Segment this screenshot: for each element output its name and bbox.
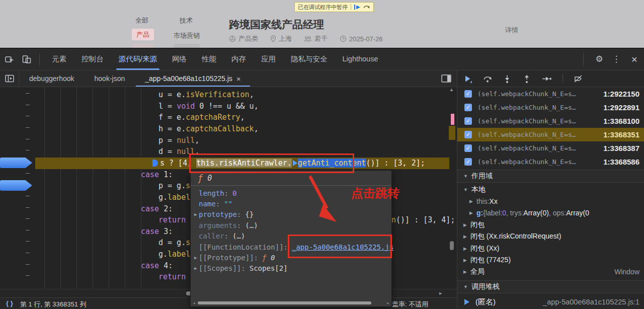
tab-元素[interactable]: 元素 (44, 48, 74, 70)
scope-section-header[interactable]: ▼ 作用域 (457, 170, 644, 183)
editor-vertical-scrollbar[interactable]: ▲ (448, 87, 457, 289)
popup-horizontal-scrollbar[interactable]: ◂ ▸ (192, 300, 390, 305)
breakpoint-row[interactable]: ✓(self.webpackChunk_N_E=s…1:3368387 (457, 141, 644, 155)
expand-triangle-icon[interactable]: ▶ (463, 258, 467, 263)
breakpoint-row[interactable]: ✓(self.webpackChunk_N_E=s…1:3368586 (457, 155, 644, 169)
file-tab-hook-json[interactable]: hook-json (85, 70, 135, 87)
code-token: case (141, 204, 159, 213)
breakpoint-checkbox[interactable]: ✓ (464, 90, 472, 98)
callstack-frame[interactable]: (匿名) _app-5a00e68a1c105225.js:1 (457, 294, 644, 309)
breakpoint-row[interactable]: ✓(self.webpackChunk_N_E=s…1:2922891 (457, 101, 644, 114)
scope-row[interactable]: ▶闭包 (457, 219, 644, 230)
resume-script-icon[interactable] (463, 74, 472, 83)
toggle-debugger-sidebar-icon[interactable] (441, 73, 452, 86)
expand-triangle-icon[interactable]: ▶ (463, 246, 467, 251)
debugger-toolbar (457, 70, 644, 87)
expand-triangle-icon[interactable]: ▶ (469, 210, 473, 215)
property-name: [[Scopes]] (199, 264, 241, 272)
code-token: 0 !== u && u, (195, 102, 258, 111)
code-token: , (240, 113, 245, 122)
callstack-section-header[interactable]: ▼ 调用堆栈 (457, 280, 644, 293)
settings-gear-icon[interactable]: ⚙ (591, 54, 608, 64)
tab-隐私与安全[interactable]: 隐私与安全 (283, 48, 335, 70)
expand-triangle-icon[interactable]: ▶ (469, 199, 473, 204)
code-token: case (141, 170, 159, 179)
tab-close-icon[interactable]: × (236, 74, 241, 83)
breakpoint-source-text: (self.webpackChunk_N_E=s… (477, 117, 600, 125)
scroll-left-arrow[interactable]: ◂ (193, 300, 195, 305)
tab-网络[interactable]: 网络 (165, 48, 194, 70)
inspect-element-icon[interactable] (4, 54, 15, 65)
code-line[interactable]: p = null, (35, 135, 449, 146)
code-line[interactable]: l = void 0 !== u && u, (35, 101, 449, 112)
tab-性能[interactable]: 性能 (194, 48, 224, 70)
popup-property-row[interactable]: arguments:(…) (191, 220, 391, 230)
banner-step-over-icon[interactable] (363, 4, 370, 10)
code-token: case (141, 227, 159, 236)
breakpoint-row[interactable]: ✓(self.webpackChunk_N_E=s…1:2922150 (457, 87, 644, 101)
code-line[interactable]: f = e.captchaRetry, (35, 112, 449, 123)
file-tab-_app-5a00e68a1c105225.js[interactable]: _app-5a00e68a1c105225.js× (135, 70, 251, 87)
scope-row[interactable]: ▼本地 (457, 184, 644, 195)
popup-property-row[interactable]: ▶prototype:{} (191, 209, 391, 220)
tab-内存[interactable]: 内存 (224, 48, 254, 70)
category-tab-marketing[interactable]: 市场营销 (174, 31, 200, 40)
variable-name: g: (476, 209, 483, 217)
expand-triangle-icon[interactable]: ▶ (191, 266, 199, 271)
tab-控制台[interactable]: 控制台 (74, 48, 111, 70)
popup-property-row[interactable]: ▶[[Scopes]]:Scopes[2] (191, 263, 391, 274)
scope-group-label: 闭包 (470, 220, 485, 229)
variable-value: Xx (490, 197, 498, 205)
tab-源代码/来源[interactable]: 源代码/来源 (111, 48, 165, 70)
scrollbar-thumb[interactable] (198, 301, 371, 304)
breakpoint-checkbox[interactable]: ✓ (464, 104, 472, 111)
scope-row[interactable]: ▶全局Window (457, 266, 644, 278)
banner-resume-icon[interactable]: ▶ (354, 5, 360, 10)
expand-triangle-icon[interactable]: ▶ (463, 222, 467, 227)
show-navigator-icon[interactable] (0, 70, 19, 87)
code-token: p = (158, 136, 177, 145)
code-line[interactable]: u = e.isVerification, (35, 89, 449, 101)
expand-triangle-icon[interactable]: ▶ (463, 234, 467, 239)
expand-triangle-icon[interactable]: ▶ (463, 269, 467, 274)
step-into-icon[interactable] (503, 74, 512, 83)
breakpoint-checkbox[interactable]: ✓ (464, 144, 472, 152)
step-over-icon[interactable] (483, 74, 492, 83)
scope-row[interactable]: ▶闭包 (77425) (457, 254, 644, 266)
pretty-print-icon[interactable]: { } (6, 299, 13, 307)
breakpoint-checkbox[interactable]: ✓ (464, 117, 472, 125)
step-out-icon[interactable] (522, 74, 531, 83)
job-title: 跨境国家线产品经理 (229, 18, 324, 32)
code-token: 3: (159, 227, 173, 236)
breakpoint-row[interactable]: ✓(self.webpackChunk_N_E=s…1:3368100 (457, 114, 644, 128)
scope-row[interactable]: ▶this: Xx (457, 195, 644, 207)
breakpoint-checkbox[interactable]: ✓ (464, 131, 472, 138)
expand-triangle-icon[interactable]: ▶ (191, 212, 199, 217)
breakpoint-location: 1:2922150 (603, 90, 639, 98)
category-tab-product[interactable]: 产品 (132, 29, 154, 40)
breakpoint-row[interactable]: ✓(self.webpackChunk_N_E=s…1:3368351 (457, 128, 644, 141)
category-tab-tech[interactable]: 技术 (180, 16, 193, 25)
code-line[interactable]: h = e.captchaCallback, (35, 123, 449, 135)
deactivate-breakpoints-icon[interactable] (574, 74, 583, 83)
expand-open-triangle-icon[interactable]: ▼ (463, 187, 468, 192)
scope-row[interactable]: ▶闭包 (Xx.riskControlRequest) (457, 231, 644, 243)
more-options-icon[interactable]: ⋮ (608, 54, 625, 64)
device-toolbar-icon[interactable] (21, 54, 32, 65)
banner-divider (351, 4, 351, 10)
scrollbar-thumb[interactable] (450, 241, 454, 250)
scroll-right-arrow[interactable]: ▸ (439, 290, 442, 296)
scope-row[interactable]: ▶闭包 (Xx) (457, 243, 644, 254)
scroll-right-arrow[interactable]: ▸ (387, 300, 389, 305)
job-detail-link[interactable]: 详情 (505, 26, 518, 35)
breakpoint-checkbox[interactable]: ✓ (464, 158, 472, 166)
file-tab-debuggerhook[interactable]: debuggerhook (19, 70, 85, 87)
step-icon[interactable] (542, 74, 552, 83)
expand-triangle-icon[interactable]: ▶ (191, 255, 199, 260)
tab-应用[interactable]: 应用 (254, 48, 283, 70)
category-tab-all[interactable]: 全部 (135, 16, 148, 25)
scope-row[interactable]: ▶g: {label: 0, trys: Array(0), ops: Arra… (457, 207, 644, 219)
scroll-up-arrow[interactable]: ▲ (449, 87, 454, 92)
tab-Lighthouse[interactable]: Lighthouse (335, 48, 386, 70)
close-devtools-icon[interactable]: × (625, 53, 644, 65)
